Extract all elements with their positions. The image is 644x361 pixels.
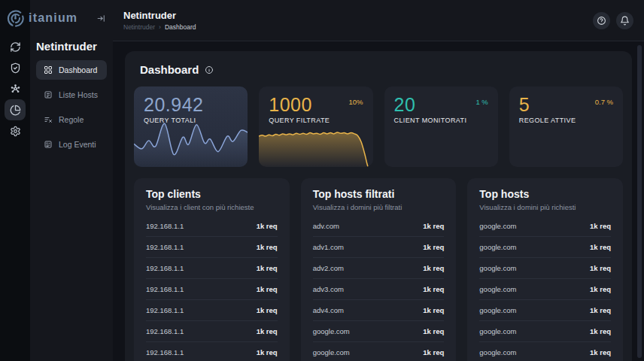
row-name: google.com [479,222,516,230]
row-value: 1k req [590,222,611,230]
row-name: 192.168.1.1 [146,348,184,356]
main-area: Netintruder Netintruder › Dashboard [113,0,644,361]
list-title: Top clients [146,188,278,200]
sidebar-item-dashboard[interactable]: Dashboard [36,60,107,80]
stat-value: 20 [394,95,467,114]
row-value: 1k req [257,222,278,230]
list-row[interactable]: 192.168.1.11k req [146,299,278,320]
list-row[interactable]: 192.168.1.11k req [146,278,278,299]
row-name: 192.168.1.1 [146,285,184,293]
sidebar-item-label: Log Eventi [59,140,96,149]
list-row[interactable]: google.com1k req [479,236,611,257]
list-row[interactable]: 192.168.1.11k req [146,236,278,257]
sidebar-item-log-eventi[interactable]: Log Eventi [36,135,107,154]
row-value: 1k req [423,348,444,356]
row-name: google.com [313,348,350,356]
list-row[interactable]: adv4.com1k req [313,299,445,320]
row-name: google.com [479,348,516,356]
list-row[interactable]: google.com1k req [479,320,611,341]
list-row[interactable]: google.com1k req [313,320,445,341]
list-row[interactable]: google.com1k req [479,278,611,299]
log-icon [44,140,53,149]
refresh-icon[interactable] [5,36,26,57]
list-row[interactable]: google.com1k req [479,299,611,320]
sidebar-item-label: Liste Hosts [59,90,98,99]
stat-card-query-filtrate: 1000QUERY FILTRATE10% [259,86,372,167]
brand-logo-icon [5,0,26,36]
row-name: adv1.com [313,243,344,251]
help-button[interactable] [593,12,610,29]
row-name: adv4.com [313,306,344,314]
stat-card-regole-attive: 5REGOLE ATTIVE0.7 % [509,86,623,167]
lists-row: Top clientsVisualizza i client con più r… [134,178,623,361]
list-row[interactable]: 192.168.1.11k req [146,341,278,361]
row-value: 1k req [423,243,444,251]
list-title: Top hosts filtrati [313,188,445,200]
row-value: 1k req [423,264,444,272]
row-value: 1k req [257,243,278,251]
vertical-scrollbar[interactable] [637,45,642,358]
row-value: 1k req [590,348,611,356]
row-value: 1k req [590,243,611,251]
list-icon [44,90,53,99]
dashboard-panel: Dashboard 20.942QUERY TOTALI1000QUERY FI… [125,51,632,361]
row-name: adv.com [313,222,339,230]
sparkline-chart [259,119,372,167]
breadcrumb-separator: › [159,23,161,31]
settings-gear-icon[interactable] [5,120,26,141]
list-row[interactable]: google.com1k req [479,341,611,361]
list-row[interactable]: google.com1k req [313,341,445,361]
app-root: itanium Netintruder DashboardListe Hosts… [0,0,644,361]
topbar: Netintruder Netintruder › Dashboard [113,0,644,41]
row-value: 1k req [590,285,611,293]
row-value: 1k req [590,306,611,314]
sidebar: itanium Netintruder DashboardListe Hosts… [30,0,113,361]
stat-delta: 1 % [475,98,488,106]
row-name: 192.168.1.1 [146,264,184,272]
row-name: 192.168.1.1 [146,306,184,314]
row-name: google.com [479,243,516,251]
row-name: google.com [313,327,350,335]
page-header-title: Netintruder [123,10,196,21]
brand-name: itanium [29,11,77,25]
notifications-button[interactable] [616,12,633,29]
list-row[interactable]: google.com1k req [479,257,611,278]
collapse-sidebar-icon[interactable] [96,14,106,23]
row-value: 1k req [423,327,444,335]
stat-value: 1000 [269,95,330,114]
sidebar-header: itanium [30,0,113,36]
row-value: 1k req [590,264,611,272]
list-row[interactable]: 192.168.1.11k req [146,216,278,236]
list-row[interactable]: adv.com1k req [313,216,445,236]
row-value: 1k req [423,306,444,314]
row-value: 1k req [257,264,278,272]
stat-label: REGOLE ATTIVE [519,117,576,124]
row-name: 192.168.1.1 [146,222,184,230]
list-row[interactable]: adv1.com1k req [313,236,445,257]
row-name: adv3.com [313,285,344,293]
radar-pie-icon[interactable] [5,99,26,120]
list-row[interactable]: adv3.com1k req [313,278,445,299]
network-hub-icon[interactable] [5,78,26,99]
list-row[interactable]: adv2.com1k req [313,257,445,278]
list-card-top-hosts: Top hostsVisualizza i domini più richies… [467,178,623,361]
row-name: 192.168.1.1 [146,243,184,251]
grid-icon [44,65,53,74]
info-icon[interactable] [205,65,214,74]
breadcrumb: Netintruder › Dashboard [123,23,196,31]
icon-rail [0,0,30,361]
sidebar-item-liste-hosts[interactable]: Liste Hosts [36,85,107,105]
topbar-actions [593,12,633,29]
content-scroll-area[interactable]: Dashboard 20.942QUERY TOTALI1000QUERY FI… [113,41,644,361]
stat-value: 20.942 [144,95,203,114]
breadcrumb-parent[interactable]: Netintruder [123,23,155,31]
list-row[interactable]: 192.168.1.11k req [146,257,278,278]
list-title: Top hosts [479,188,611,200]
row-value: 1k req [257,348,278,356]
sidebar-item-label: Dashboard [59,65,97,74]
shield-check-icon[interactable] [5,57,26,78]
list-row[interactable]: google.com1k req [479,216,611,236]
sidebar-item-regole[interactable]: Regole [36,110,107,129]
list-row[interactable]: 192.168.1.11k req [146,320,278,341]
stat-value: 5 [519,95,576,114]
